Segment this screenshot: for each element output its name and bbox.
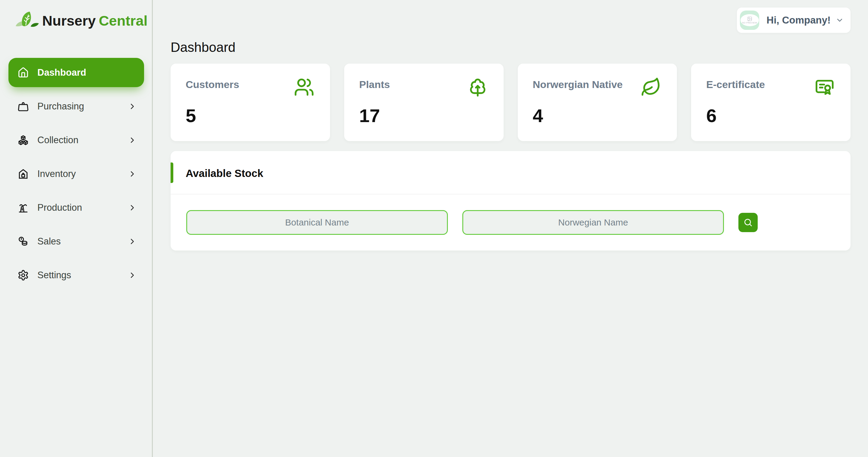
sidebar-item-sales[interactable]: Sales	[0, 224, 152, 258]
main-content: NO PREVIEW Hi, Company! Dashboard Custom…	[153, 0, 868, 457]
stat-card-customers: Customers 5	[170, 64, 330, 141]
brand-name-secondary: Central	[99, 13, 148, 29]
gear-icon	[18, 270, 29, 281]
home-icon	[18, 67, 29, 79]
user-menu[interactable]: NO PREVIEW Hi, Company!	[737, 7, 850, 33]
chevron-right-icon	[128, 237, 137, 246]
image-placeholder-icon	[747, 16, 752, 22]
sidebar-item-collection[interactable]: Collection	[0, 123, 152, 157]
stat-value: 17	[359, 105, 489, 126]
sidebar-item-label: Production	[37, 202, 128, 213]
search-icon	[743, 218, 753, 227]
brand-logo: NurseryCentral	[0, 8, 152, 33]
available-stock-panel: Available Stock	[170, 151, 850, 250]
users-icon	[294, 77, 314, 97]
sidebar-item-dashboard[interactable]: Dashboard	[8, 58, 144, 87]
leaf-icon	[641, 77, 661, 97]
chevron-right-icon	[128, 170, 137, 179]
coins-icon	[18, 236, 29, 247]
norwegian-name-input[interactable]	[462, 210, 724, 235]
search-button[interactable]	[738, 213, 758, 232]
stat-value: 4	[533, 105, 662, 126]
stat-value: 6	[706, 105, 835, 126]
avatar: NO PREVIEW	[740, 10, 759, 30]
botanical-name-input[interactable]	[186, 210, 448, 235]
sidebar-item-purchasing[interactable]: Purchasing	[0, 90, 152, 123]
sidebar-item-label: Collection	[37, 135, 128, 146]
leaf-logo-icon	[13, 9, 42, 32]
stat-value: 5	[186, 105, 315, 126]
sidebar-item-label: Settings	[37, 270, 128, 281]
brand-name: NurseryCentral	[42, 12, 148, 29]
brand-name-primary: Nursery	[42, 13, 96, 29]
stat-card-plants: Plants 17	[344, 64, 504, 141]
avatar-no-preview: NO PREVIEW	[741, 14, 759, 26]
avatar-caption: NO PREVIEW	[742, 22, 757, 24]
tree-icon	[467, 77, 488, 97]
stat-cards: Customers 5 Plants 17 Norwergian Native	[170, 64, 850, 141]
stat-card-ecertificate: E-certificate 6	[691, 64, 850, 141]
certificate-icon	[814, 77, 835, 97]
warehouse-icon	[18, 168, 29, 180]
sidebar-item-label: Inventory	[37, 169, 128, 179]
page-title: Dashboard	[170, 41, 850, 54]
accent-bar	[170, 162, 173, 183]
shopping-bag-icon	[18, 101, 29, 112]
sidebar-item-label: Sales	[37, 236, 128, 247]
chevron-right-icon	[128, 271, 137, 280]
chevron-down-icon	[835, 16, 844, 24]
boxes-icon	[18, 134, 29, 146]
user-greeting: Hi, Company!	[767, 14, 831, 26]
sidebar: NurseryCentral Dashboard Purchasing	[0, 0, 153, 457]
sidebar-item-label: Dashboard	[37, 67, 133, 78]
sidebar-item-production[interactable]: Production	[0, 191, 152, 224]
available-stock-header: Available Stock	[170, 151, 850, 194]
sidebar-item-inventory[interactable]: Inventory	[0, 157, 152, 191]
stat-card-norwegian-native: Norwergian Native 4	[518, 64, 677, 141]
chevron-right-icon	[128, 203, 137, 212]
stock-search-form	[170, 194, 850, 235]
sidebar-nav: Dashboard Purchasing Collection	[0, 58, 152, 292]
topbar: NO PREVIEW Hi, Company!	[170, 0, 850, 33]
sidebar-item-settings[interactable]: Settings	[0, 258, 152, 292]
factory-icon	[18, 202, 29, 213]
available-stock-title: Available Stock	[186, 163, 850, 184]
chevron-right-icon	[128, 136, 137, 145]
sidebar-item-label: Purchasing	[37, 101, 128, 112]
chevron-right-icon	[128, 102, 137, 111]
